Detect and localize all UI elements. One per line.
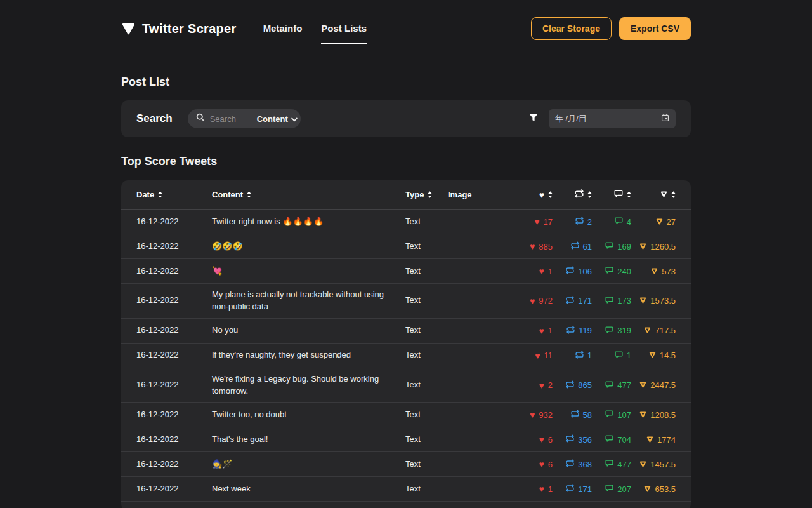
export-csv-button[interactable]: Export CSV <box>619 17 691 40</box>
cell-type: Text <box>405 295 448 307</box>
column-header-image: Image <box>448 190 508 199</box>
cell-comments: 4 <box>592 217 631 227</box>
heart-icon: ♥ <box>539 381 544 390</box>
column-header-retweets[interactable] <box>553 189 592 200</box>
filter-funnel-icon[interactable] <box>528 113 539 125</box>
cell-type: Text <box>405 379 448 391</box>
cell-content: Next week <box>212 483 405 495</box>
likes-count: 972 <box>539 296 553 305</box>
clear-storage-button[interactable]: Clear Storage <box>531 17 612 40</box>
column-header-type[interactable]: Type <box>405 190 448 199</box>
likes-count: 17 <box>544 217 553 227</box>
cell-comments: 107 <box>592 410 631 420</box>
column-header-content[interactable]: Content <box>212 190 405 199</box>
score-triangle-icon <box>639 296 646 305</box>
score-triangle-icon <box>639 242 646 251</box>
table-row: 16-12-2022 No you Text ♥ 1 119 319 717.5 <box>121 319 691 344</box>
table-row: 16-12-2022 My plane is actually not trac… <box>121 284 691 319</box>
cell-retweets: 119 <box>553 326 592 336</box>
cell-score: 2447.5 <box>631 380 676 390</box>
cell-likes: ♥ 2 <box>508 380 553 390</box>
score-triangle-icon <box>660 190 667 199</box>
comments-count: 319 <box>617 326 631 335</box>
chevron-down-icon <box>291 114 298 124</box>
nav-metainfo[interactable]: Metainfo <box>263 23 303 35</box>
comments-count: 477 <box>617 380 631 390</box>
heart-icon: ♥ <box>539 485 544 493</box>
cell-likes: ♥ 932 <box>508 410 553 420</box>
likes-count: 885 <box>539 242 553 251</box>
cell-likes: ♥ 6 <box>508 435 553 444</box>
cell-type: Text <box>405 349 448 361</box>
cell-date: 16-12-2022 <box>136 379 212 391</box>
cell-comments: 477 <box>592 459 631 469</box>
sort-icon <box>587 191 592 198</box>
score-value: 1457.5 <box>650 460 676 469</box>
sort-icon <box>428 191 432 198</box>
retweets-count: 58 <box>583 410 592 420</box>
table-row: 16-12-2022 Twitter right now is 🔥🔥🔥🔥 Tex… <box>121 210 691 234</box>
retweets-count: 356 <box>578 435 592 444</box>
cell-type: Text <box>405 216 448 228</box>
score-triangle-icon <box>656 217 663 227</box>
retweets-count: 171 <box>578 485 592 494</box>
comment-icon <box>605 296 613 306</box>
retweet-icon <box>566 434 574 444</box>
cell-score: 14.5 <box>631 351 676 360</box>
search-panel: Search Content 年 /月/日 <box>121 100 691 137</box>
score-value: 14.5 <box>660 351 676 360</box>
cell-likes: ♥ 1 <box>508 485 553 494</box>
cell-comments: 704 <box>592 434 631 444</box>
likes-count: 2 <box>548 380 553 390</box>
comments-count: 1 <box>627 351 631 360</box>
cell-likes: ♥ 17 <box>508 217 553 227</box>
score-triangle-icon <box>644 485 651 494</box>
sort-icon <box>247 191 251 198</box>
column-header-comments[interactable] <box>592 189 631 200</box>
cell-retweets: 106 <box>553 266 592 276</box>
cell-date: 16-12-2022 <box>136 265 212 277</box>
retweet-icon <box>566 484 574 494</box>
column-header-likes[interactable]: ♥ <box>508 190 553 199</box>
comments-count: 173 <box>617 296 631 305</box>
comment-icon <box>615 351 623 361</box>
table-row: 16-12-2022 If they're naughty, they get … <box>121 344 691 368</box>
score-triangle-icon <box>646 435 653 444</box>
comments-count: 107 <box>617 410 631 420</box>
cell-score: 717.5 <box>631 326 676 335</box>
column-header-date[interactable]: Date <box>136 190 212 199</box>
cell-content: 🧙🪄 <box>212 458 405 471</box>
date-filter-input[interactable]: 年 /月/日 <box>549 109 676 128</box>
retweets-count: 865 <box>578 380 592 390</box>
retweet-icon <box>566 326 575 336</box>
calendar-icon <box>661 114 669 124</box>
retweets-count: 61 <box>583 242 592 251</box>
app-container: Twitter Scraper Metainfo Post Lists Clea… <box>121 0 691 508</box>
nav-post-lists[interactable]: Post Lists <box>321 23 367 35</box>
search-input[interactable] <box>210 114 252 124</box>
comment-icon <box>605 410 613 420</box>
column-header-score[interactable] <box>631 190 676 199</box>
app-header: Twitter Scraper Metainfo Post Lists Clea… <box>121 0 691 57</box>
page-title: Post List <box>121 76 691 89</box>
cell-likes: ♥ 972 <box>508 296 553 305</box>
retweets-count: 119 <box>579 326 592 335</box>
cell-date: 16-12-2022 <box>136 483 212 495</box>
comment-icon <box>605 241 613 251</box>
comment-icon <box>615 217 623 227</box>
likes-count: 1 <box>548 326 553 335</box>
heart-icon: ♥ <box>539 326 544 335</box>
table-row: 16-12-2022 Twitter too, no doubt Text ♥ … <box>121 403 691 427</box>
cell-comments: 477 <box>592 380 631 391</box>
sort-icon <box>671 191 676 198</box>
retweet-icon <box>571 410 579 420</box>
cell-content: Twitter too, no doubt <box>212 409 405 421</box>
cell-type: Text <box>405 434 448 446</box>
table-body: 16-12-2022 Twitter right now is 🔥🔥🔥🔥 Tex… <box>121 210 691 502</box>
search-field-select[interactable]: Content <box>257 114 298 124</box>
brand: Twitter Scraper <box>121 22 237 36</box>
cell-comments: 319 <box>592 326 631 336</box>
table-title: Top Score Tweets <box>121 155 691 168</box>
retweets-count: 2 <box>587 217 592 227</box>
score-triangle-icon <box>644 326 651 335</box>
